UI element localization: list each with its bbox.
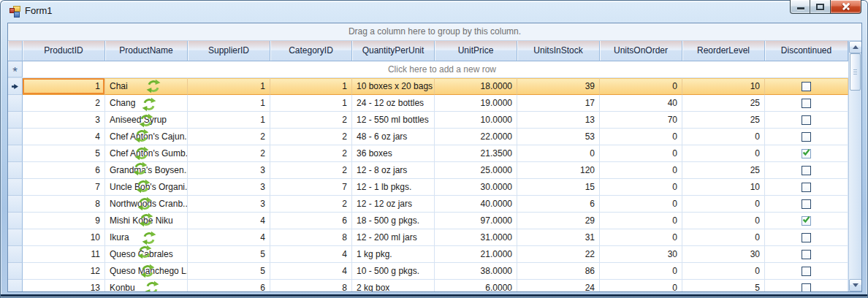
cell-category_id[interactable]: 1 (270, 95, 352, 112)
row-header[interactable] (8, 78, 23, 95)
cell-category_id[interactable]: 8 (270, 280, 352, 292)
cell-units_on_order[interactable]: 0 (600, 179, 682, 196)
cell-units_on_order[interactable]: 0 (600, 280, 682, 292)
cell-product_name[interactable]: Konbu (105, 280, 188, 292)
column-header-productid[interactable]: ProductID (23, 41, 105, 61)
cell-category_id[interactable]: 2 (270, 112, 352, 129)
cell-units_on_order[interactable]: 0 (600, 263, 682, 280)
cell-supplier_id[interactable]: 2 (188, 145, 270, 162)
column-header-quantityperunit[interactable]: QuantityPerUnit (352, 41, 435, 61)
cell-discontinued[interactable] (765, 229, 848, 246)
discontinued-checkbox[interactable] (802, 115, 811, 125)
row-header[interactable] (8, 112, 23, 129)
cell-category_id[interactable]: 7 (270, 179, 352, 196)
cell-reorder_level[interactable]: 0 (682, 196, 765, 213)
cell-units_on_order[interactable]: 0 (600, 213, 682, 229)
cell-unit_price[interactable]: 21.0000 (435, 246, 517, 263)
cell-reorder_level[interactable]: 5 (682, 280, 765, 292)
discontinued-checkbox[interactable] (802, 99, 811, 108)
column-header-unitsinstock[interactable]: UnitsInStock (517, 41, 600, 61)
cell-units_in_stock[interactable]: 31 (517, 229, 600, 246)
cell-reorder_level[interactable]: 10 (682, 78, 765, 95)
vertical-scrollbar[interactable] (848, 41, 861, 291)
cell-reorder_level[interactable]: 0 (682, 263, 765, 280)
cell-quantity_per_unit[interactable]: 12 - 200 ml jars (352, 229, 435, 246)
cell-product_id[interactable]: 10 (23, 229, 105, 246)
row-header[interactable] (8, 213, 23, 229)
cell-reorder_level[interactable]: 0 (682, 129, 765, 145)
discontinued-checkbox[interactable] (802, 132, 811, 142)
row-header[interactable] (8, 162, 23, 179)
cell-unit_price[interactable]: 19.0000 (435, 95, 517, 112)
cell-product_name[interactable]: Ikura (105, 229, 188, 246)
discontinued-checkbox-checked[interactable] (802, 216, 811, 226)
cell-category_id[interactable]: 4 (270, 246, 352, 263)
cell-discontinued[interactable] (765, 129, 848, 145)
cell-supplier_id[interactable]: 6 (188, 280, 270, 292)
row-header[interactable] (8, 95, 23, 112)
row-header[interactable] (8, 196, 23, 213)
cell-product_name[interactable]: Queso Manchego L... (105, 263, 188, 280)
cell-units_in_stock[interactable]: 0 (517, 145, 600, 162)
cell-quantity_per_unit[interactable]: 48 - 6 oz jars (352, 129, 435, 145)
cell-supplier_id[interactable]: 2 (188, 129, 270, 145)
discontinued-checkbox[interactable] (802, 267, 811, 276)
cell-quantity_per_unit[interactable]: 12 - 8 oz jars (352, 162, 435, 179)
column-header-productname[interactable]: ProductName (105, 41, 188, 61)
column-header-unitprice[interactable]: UnitPrice (435, 41, 517, 61)
column-header-categoryid[interactable]: CategoryID (270, 41, 352, 61)
cell-unit_price[interactable]: 6.0000 (435, 280, 517, 292)
cell-discontinued[interactable] (765, 179, 848, 196)
cell-quantity_per_unit[interactable]: 36 boxes (352, 145, 435, 162)
cell-discontinued[interactable] (765, 95, 848, 112)
cell-unit_price[interactable]: 18.0000 (435, 78, 517, 95)
cell-unit_price[interactable]: 38.0000 (435, 263, 517, 280)
row-header[interactable] (8, 263, 23, 280)
cell-quantity_per_unit[interactable]: 10 - 500 g pkgs. (352, 263, 435, 280)
cell-units_in_stock[interactable]: 17 (517, 95, 600, 112)
cell-discontinued[interactable] (765, 196, 848, 213)
cell-product_id[interactable]: 9 (23, 213, 105, 229)
select-all-corner[interactable] (8, 41, 23, 61)
cell-product_name[interactable]: Grandma's Boysen... (105, 162, 188, 179)
minimize-button[interactable] (790, 0, 810, 14)
row-header[interactable] (8, 129, 23, 145)
cell-discontinued[interactable] (765, 112, 848, 129)
cell-discontinued[interactable] (765, 263, 848, 280)
discontinued-checkbox[interactable] (802, 283, 811, 293)
cell-reorder_level[interactable]: 0 (682, 145, 765, 162)
cell-units_in_stock[interactable]: 15 (517, 179, 600, 196)
cell-category_id[interactable]: 2 (270, 145, 352, 162)
cell-supplier_id[interactable]: 4 (188, 229, 270, 246)
cell-unit_price[interactable]: 40.0000 (435, 196, 517, 213)
discontinued-checkbox[interactable] (802, 199, 811, 209)
cell-discontinued[interactable] (765, 246, 848, 263)
scrollbar-thumb[interactable] (850, 53, 861, 91)
cell-units_in_stock[interactable]: 22 (517, 246, 600, 263)
cell-category_id[interactable]: 2 (270, 196, 352, 213)
new-row[interactable]: *Click here to add a new row (8, 61, 861, 78)
cell-supplier_id[interactable]: 5 (188, 246, 270, 263)
cell-product_id[interactable]: 3 (23, 112, 105, 129)
cell-supplier_id[interactable]: 3 (188, 179, 270, 196)
scroll-up-button[interactable] (849, 41, 862, 53)
cell-unit_price[interactable]: 31.0000 (435, 229, 517, 246)
cell-units_on_order[interactable]: 0 (600, 145, 682, 162)
cell-units_in_stock[interactable]: 39 (517, 78, 600, 95)
cell-discontinued[interactable] (765, 213, 848, 229)
cell-units_in_stock[interactable]: 24 (517, 280, 600, 292)
cell-units_in_stock[interactable]: 29 (517, 213, 600, 229)
cell-unit_price[interactable]: 22.0000 (435, 129, 517, 145)
cell-product_name[interactable]: Chef Anton's Gumb... (105, 145, 188, 162)
maximize-button[interactable] (810, 0, 831, 14)
cell-category_id[interactable]: 2 (270, 162, 352, 179)
cell-product_name[interactable]: Uncle Bob's Organi... (105, 179, 188, 196)
cell-units_in_stock[interactable]: 6 (517, 196, 600, 213)
cell-product_id[interactable]: 5 (23, 145, 105, 162)
cell-reorder_level[interactable]: 10 (682, 179, 765, 196)
cell-quantity_per_unit[interactable]: 12 - 12 oz jars (352, 196, 435, 213)
cell-unit_price[interactable]: 97.0000 (435, 213, 517, 229)
cell-units_on_order[interactable]: 40 (600, 95, 682, 112)
cell-product_id[interactable]: 2 (23, 95, 105, 112)
cell-product_name[interactable]: Aniseed Syrup (105, 112, 188, 129)
